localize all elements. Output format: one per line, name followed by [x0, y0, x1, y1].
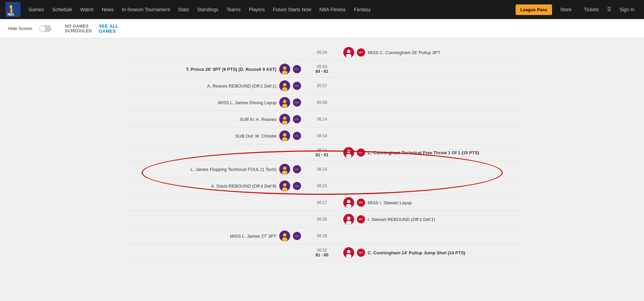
nav-fantasy[interactable]: Fantasy: [350, 0, 375, 19]
player-avatar-left: [279, 130, 290, 141]
svg-point-6: [346, 54, 351, 58]
center-col: 05:57: [305, 83, 339, 88]
play-time: 05:34: [305, 50, 339, 55]
svg-point-16: [282, 137, 287, 141]
right-play: DETI. Stewart REBOUND (Off:2 Def:1): [339, 214, 520, 225]
right-play: DETMISS C. Cunningham 26' Pullup 3PT: [339, 47, 520, 58]
play-row: MISS L. James Driving Layup LAL 05:59: [125, 95, 520, 110]
scores-bar: Hide Scores NO GAMESSCHEDULED SEE ALLGAM…: [0, 19, 644, 38]
divider: [125, 111, 520, 111]
divider: [125, 94, 520, 94]
play-row: 06:5281 - 60 DETC. Cunningham 14' Pullup…: [125, 245, 520, 260]
svg-point-14: [282, 121, 287, 125]
svg-point-28: [282, 237, 287, 241]
center-col: 06:5281 - 60: [305, 248, 339, 257]
play-time: 06:14: [305, 117, 339, 122]
plays-list: 05:34 DETMISS C. Cunningham 26' Pullup 3…: [125, 45, 520, 261]
left-play-text: L. James Flopping Technical FOUL (1 Tech…: [191, 167, 277, 172]
svg-point-18: [346, 154, 351, 158]
left-play-text: A. Davis REBOUND (Off:4 Def:9): [211, 184, 277, 189]
left-play: A. Davis REBOUND (Off:4 Def:9) LAL: [125, 180, 305, 191]
play-by-play-container: 05:34 DETMISS C. Cunningham 26' Pullup 3…: [118, 45, 527, 261]
right-play-text: MISS I. Stewart Layup: [368, 200, 412, 205]
play-time: 06:52: [305, 248, 339, 253]
nav-tickets[interactable]: Tickets: [580, 0, 603, 19]
play-row: SUB Out: M. Christie LAL 06:14: [125, 128, 520, 143]
left-play: MISS L. James 27' 3PT LAL: [125, 231, 305, 241]
player-avatar-right: [343, 197, 354, 208]
left-play-text: MISS L. James Driving Layup: [218, 100, 276, 105]
play-time: 06:14: [305, 148, 339, 153]
left-play: MISS L. James Driving Layup LAL: [125, 97, 305, 108]
play-time: 06:17: [305, 200, 339, 205]
sign-in-button[interactable]: Sign In: [615, 0, 639, 19]
right-play-text: MISS C. Cunningham 26' Pullup 3PT: [368, 50, 440, 55]
nav-standings[interactable]: Standings: [193, 0, 222, 19]
player-avatar-right: [343, 214, 354, 225]
play-row: 06:26 DETI. Stewart REBOUND (Off:2 Def:1…: [125, 212, 520, 227]
nav-future[interactable]: Future Starts Now: [269, 0, 315, 19]
svg-point-9: [283, 83, 286, 86]
play-row: 06:17 DETMISS I. Stewart Layup: [125, 195, 520, 210]
left-play: SUB In: A. Reaves LAL: [125, 114, 305, 125]
nav-watch[interactable]: Watch: [76, 0, 98, 19]
left-play: L. James Flopping Technical FOUL (1 Tech…: [125, 164, 305, 175]
play-row: A. Reaves REBOUND (Off:1 Def:1) LAL 05:5…: [125, 78, 520, 93]
nba-logo[interactable]: NBA: [5, 2, 20, 17]
nav-fitness[interactable]: NBA Fitness: [315, 0, 350, 19]
svg-point-25: [347, 217, 350, 220]
nav-store[interactable]: Store: [556, 0, 576, 19]
player-avatar-left: [279, 231, 290, 241]
player-avatar-right: [343, 147, 354, 158]
divider: [125, 161, 520, 161]
center-col: 06:1481 - 61: [305, 148, 339, 157]
left-play-text: T. Prince 26' 3PT (9 PTS) (D. Russell 9 …: [186, 67, 277, 72]
player-avatar-left: [279, 180, 290, 191]
svg-point-21: [283, 183, 286, 187]
center-col: 05:34: [305, 50, 339, 55]
right-play-text: C. Cunningham 14' Pullup Jump Shot (14 P…: [368, 250, 466, 255]
left-play-text: MISS L. James 27' 3PT: [230, 234, 276, 239]
grid-icon[interactable]: ⠿: [607, 6, 611, 13]
nav-right: League Pass Store Tickets ⠿ Sign In: [516, 0, 639, 19]
hide-scores-label: Hide Scores: [8, 26, 32, 31]
svg-point-23: [347, 200, 350, 203]
right-play-text: I. Stewart REBOUND (Off:2 Def:1): [368, 217, 435, 222]
nav-teams[interactable]: Teams: [222, 0, 245, 19]
right-play: DETC. Cunningham 14' Pullup Jump Shot (1…: [339, 247, 520, 258]
svg-point-1: [10, 5, 12, 9]
svg-text:NBA: NBA: [7, 13, 14, 16]
divider: [125, 227, 520, 228]
main-content: 05:34 DETMISS C. Cunningham 26' Pullup 3…: [0, 38, 644, 301]
nav-schedule[interactable]: Schedule: [48, 0, 76, 19]
play-row: L. James Flopping Technical FOUL (1 Tech…: [125, 162, 520, 177]
no-games-text: NO GAMESSCHEDULED: [65, 24, 92, 33]
divider: [125, 144, 520, 144]
center-col: 05:59: [305, 100, 339, 105]
nav-players[interactable]: Players: [245, 0, 269, 19]
player-avatar-left: [279, 164, 290, 175]
hide-scores-toggle[interactable]: [39, 25, 51, 32]
svg-point-17: [347, 150, 350, 153]
nav-games[interactable]: Games: [25, 0, 48, 19]
divider: [125, 261, 520, 261]
see-all-games-link[interactable]: SEE ALLGAMES: [99, 23, 119, 34]
left-play-text: SUB In: A. Reaves: [240, 117, 277, 122]
center-col: 06:14: [305, 167, 339, 172]
play-time: 06:14: [305, 133, 339, 138]
svg-point-7: [283, 66, 286, 70]
play-time: 05:59: [305, 100, 339, 105]
left-play: SUB Out: M. Christie LAL: [125, 130, 305, 141]
nav-stats[interactable]: Stats: [174, 0, 193, 19]
left-play: A. Reaves REBOUND (Off:1 Def:1) LAL: [125, 80, 305, 91]
divider: [125, 211, 520, 211]
navigation: NBA Games Schedule Watch News In-Season …: [0, 0, 644, 19]
play-time: 06:15: [305, 184, 339, 188]
nav-links: Games Schedule Watch News In-Season Tour…: [25, 0, 516, 19]
nav-news[interactable]: News: [98, 0, 118, 19]
nav-in-season[interactable]: In-Season Tournament: [118, 0, 174, 19]
divider: [125, 194, 520, 194]
svg-point-26: [346, 221, 351, 225]
svg-point-24: [346, 204, 351, 208]
league-pass-button[interactable]: League Pass: [516, 4, 552, 15]
